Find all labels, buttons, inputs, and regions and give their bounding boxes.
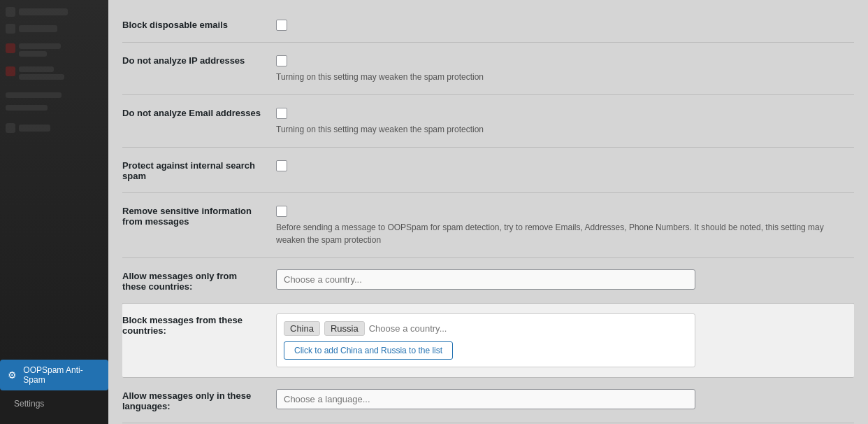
label-allow-from-countries: Allow messages only from these countries…	[122, 269, 276, 292]
control-no-analyze-ip: Turning on this setting may weaken the s…	[276, 54, 854, 83]
sidebar-blurred-content	[0, 0, 108, 360]
settings-row-allow-from-countries: Allow messages only from these countries…	[122, 258, 854, 304]
control-block-disposable	[276, 18, 854, 31]
control-block-from-countries: China Russia Click to add China and Russ…	[276, 313, 854, 367]
control-remove-sensitive: Before sending a message to OOPSpam for …	[276, 204, 854, 246]
allow-languages-input[interactable]	[276, 389, 695, 409]
label-block-disposable: Block disposable emails	[122, 18, 276, 30]
settings-row-allow-languages: Allow messages only in these languages:	[122, 378, 854, 423]
label-internal-search-spam: Protect against internal search spam	[122, 159, 276, 181]
add-countries-button[interactable]: Click to add China and Russia to the lis…	[284, 341, 453, 360]
desc-no-analyze-email: Turning on this setting may weaken the s…	[276, 123, 854, 136]
country-tag-china: China	[284, 321, 320, 336]
label-allow-languages: Allow messages only in these languages:	[122, 389, 276, 411]
checkbox-block-disposable[interactable]	[276, 20, 287, 31]
settings-row-remove-sensitive: Remove sensitive information from messag…	[122, 193, 854, 258]
checkbox-remove-sensitive[interactable]	[276, 206, 287, 217]
settings-row-no-analyze-email: Do not analyze Email addresses Turning o…	[122, 95, 854, 148]
settings-row-no-analyze-ip: Do not analyze IP addresses Turning on t…	[122, 43, 854, 95]
plugin-name-label: OOPSpam Anti-Spam	[23, 365, 101, 385]
settings-row-block-from-countries: Block messages from these countries: Chi…	[122, 304, 854, 378]
sidebar-nav-item-oopspam[interactable]: ⚙ OOPSpam Anti-Spam	[0, 360, 108, 390]
control-no-analyze-email: Turning on this setting may weaken the s…	[276, 106, 854, 136]
checkbox-no-analyze-ip[interactable]	[276, 55, 287, 66]
label-remove-sensitive: Remove sensitive information from messag…	[122, 204, 276, 227]
sidebar: ⚙ OOPSpam Anti-Spam Settings	[0, 0, 108, 424]
main-content: Block disposable emails Do not analyze I…	[108, 0, 868, 424]
desc-remove-sensitive: Before sending a message to OOPSpam for …	[276, 221, 854, 246]
block-countries-input-inline[interactable]	[369, 323, 688, 334]
control-allow-languages	[276, 389, 854, 409]
control-internal-search-spam	[276, 159, 854, 171]
block-countries-wrapper: China Russia Click to add China and Russ…	[276, 313, 695, 367]
allow-countries-input[interactable]	[276, 269, 695, 290]
gear-icon: ⚙	[7, 369, 17, 381]
settings-label[interactable]: Settings	[7, 395, 101, 413]
country-tag-russia: Russia	[324, 321, 365, 336]
settings-row-internal-search-spam: Protect against internal search spam	[122, 148, 854, 193]
settings-row-block-disposable: Block disposable emails	[122, 7, 854, 43]
country-tags-row: China Russia	[284, 321, 688, 336]
checkbox-internal-search-spam[interactable]	[276, 160, 287, 171]
control-allow-from-countries	[276, 269, 854, 290]
desc-no-analyze-ip: Turning on this setting may weaken the s…	[276, 71, 854, 83]
label-no-analyze-ip: Do not analyze IP addresses	[122, 54, 276, 66]
checkbox-no-analyze-email[interactable]	[276, 108, 287, 119]
label-block-from-countries: Block messages from these countries:	[122, 313, 276, 336]
label-no-analyze-email: Do not analyze Email addresses	[122, 106, 276, 118]
